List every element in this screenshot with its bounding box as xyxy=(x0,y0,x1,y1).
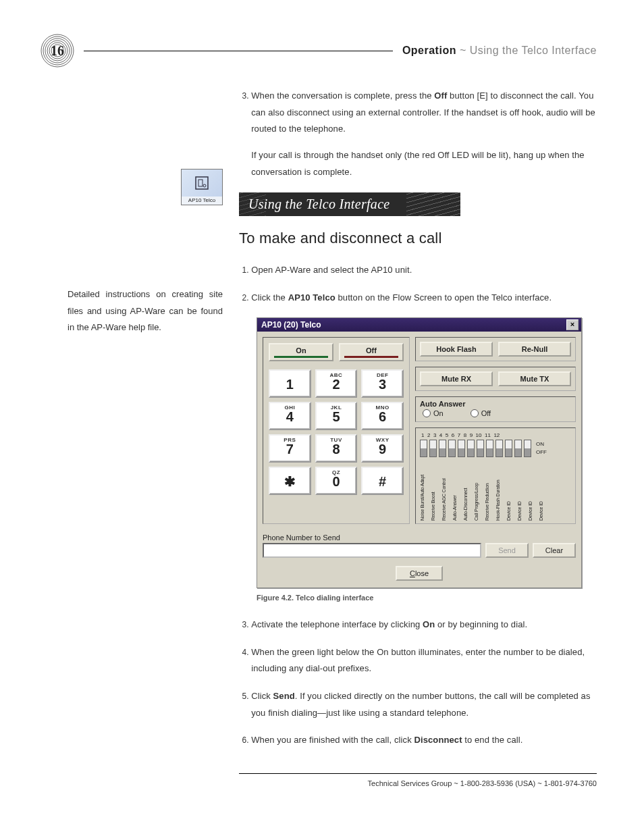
dial-keypad: 1 ABC2 DEF3 GHI4 JKL5 MNO6 PRS7 TUV8 WXY… xyxy=(269,369,404,495)
key-7[interactable]: PRS7 xyxy=(269,434,311,463)
re-null-button[interactable]: Re-Null xyxy=(498,342,571,357)
key-5[interactable]: JKL5 xyxy=(315,402,358,430)
section-subheading: To make and disconnect a call xyxy=(239,230,597,247)
step-3: When the conversation is complete, press… xyxy=(251,88,597,180)
key-0[interactable]: QZ0 xyxy=(315,467,358,495)
send-button[interactable]: Send xyxy=(485,543,529,558)
dip-switch[interactable] xyxy=(477,440,484,457)
step-3b: Activate the telephone interface by clic… xyxy=(251,617,597,633)
section-banner: Using the Telco Interface xyxy=(239,192,460,216)
auto-answer-off[interactable]: Off xyxy=(471,409,491,417)
key-6[interactable]: MNO6 xyxy=(361,402,404,430)
svg-rect-7 xyxy=(198,180,203,186)
step-6: When you are finished with the call, cli… xyxy=(251,732,597,749)
dip-switch[interactable] xyxy=(458,440,465,457)
dip-switch[interactable] xyxy=(524,440,531,457)
auto-answer-group: Auto Answer On Off xyxy=(415,396,576,422)
mute-tx-button[interactable]: Mute TX xyxy=(498,371,571,386)
key-2[interactable]: ABC2 xyxy=(315,369,358,398)
footer: Technical Services Group ~ 1-800-283-593… xyxy=(239,779,597,787)
key-star[interactable]: ✱ xyxy=(269,467,311,495)
dip-switch[interactable] xyxy=(429,440,437,457)
phone-number-label: Phone Number to Send xyxy=(263,533,576,542)
dip-switch[interactable] xyxy=(420,440,427,457)
mute-rx-button[interactable]: Mute RX xyxy=(420,371,493,386)
close-button[interactable]: Close xyxy=(396,566,443,581)
key-4[interactable]: GHI4 xyxy=(269,402,311,430)
step-4: When the green light below the On button… xyxy=(251,644,597,677)
sidebar-note: Detailed instructions on creating site f… xyxy=(41,286,223,336)
step-2: Click the AP10 Telco button on the Flow … xyxy=(251,290,597,307)
ap10-telco-icon: AP10 Telco xyxy=(181,169,223,205)
key-hash[interactable]: # xyxy=(361,467,404,495)
dip-switch-panel: 123 456 789 101112 xyxy=(415,427,576,524)
svg-rect-6 xyxy=(196,177,208,189)
dip-switch[interactable] xyxy=(448,440,456,457)
dialog-titlebar: AP10 (20) Telco × xyxy=(257,318,581,332)
clear-button[interactable]: Clear xyxy=(533,543,576,558)
key-1[interactable]: 1 xyxy=(269,369,311,398)
dip-switch[interactable] xyxy=(514,440,522,457)
dip-switch[interactable] xyxy=(439,440,446,457)
key-8[interactable]: TUV8 xyxy=(315,434,358,463)
svg-point-8 xyxy=(203,184,206,187)
dip-switch[interactable] xyxy=(505,440,512,457)
auto-answer-on[interactable]: On xyxy=(423,409,444,417)
dip-switch[interactable] xyxy=(486,440,493,457)
step-5: Click Send. If you clicked directly on t… xyxy=(251,688,597,721)
dip-switch[interactable] xyxy=(467,440,475,457)
page-header: 16 Operation ~ Using the Telco Interface xyxy=(41,34,597,68)
off-button[interactable]: Off xyxy=(339,343,404,361)
hook-flash-button[interactable]: Hook Flash xyxy=(420,342,493,357)
telco-dialog: AP10 (20) Telco × On Off 1 ABC2 DEF3 G xyxy=(257,317,582,588)
close-icon[interactable]: × xyxy=(566,319,579,330)
page-number-badge: 16 xyxy=(41,34,74,68)
on-button[interactable]: On xyxy=(269,343,333,361)
phone-number-input[interactable] xyxy=(263,543,481,558)
key-9[interactable]: WXY9 xyxy=(361,434,404,463)
dip-switch[interactable] xyxy=(495,440,503,457)
header-breadcrumb: Operation ~ Using the Telco Interface xyxy=(402,45,597,57)
step-1: Open AP-Ware and select the AP10 unit. xyxy=(251,262,597,279)
figure-caption: Figure 4.2. Telco dialing interface xyxy=(257,594,597,602)
key-3[interactable]: DEF3 xyxy=(361,369,404,398)
